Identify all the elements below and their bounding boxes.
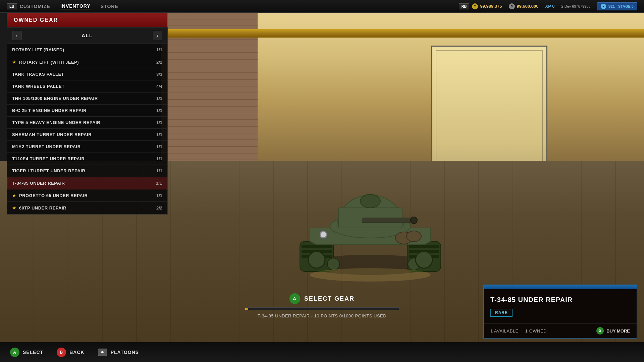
gear-item[interactable]: TIGER I TURRET UNDER REPAIR1/1 xyxy=(7,165,167,177)
silver-currency: ⊙ 99,600,000 xyxy=(509,3,539,9)
rb-button[interactable]: RB xyxy=(459,3,470,9)
buy-more-button[interactable]: X BUY MORE xyxy=(596,327,630,335)
gear-item-name: TANK WHEELS PALLET xyxy=(12,84,156,89)
select-gear-label: SELECT GEAR xyxy=(304,295,355,302)
gear-item-name: ROTARY LIFT (WITH JEEP) xyxy=(19,60,156,65)
gear-item-count: 2/2 xyxy=(156,205,162,210)
svg-rect-3 xyxy=(302,245,332,248)
b-button: B xyxy=(57,348,66,357)
rarity-badge: RARE xyxy=(490,309,513,317)
detail-panel: T-34-85 UNDER REPAIR RARE 1 AVAILABLE 1 … xyxy=(483,285,637,339)
gear-item[interactable]: TANK TRACKS PALLET3/3 xyxy=(7,68,167,80)
gear-item[interactable]: ROTARY LIFT (WITH JEEP)2/2 xyxy=(7,56,167,68)
gear-item[interactable]: ROTARY LIFT (RAISED)1/1 xyxy=(7,44,167,56)
a-button: A xyxy=(10,348,19,357)
gear-item-name: T-34-85 UNDER REPAIR xyxy=(12,181,156,186)
filter-prev-button[interactable]: ‹ xyxy=(12,31,21,40)
back-label: BACK xyxy=(69,350,84,355)
gear-item[interactable]: T-34-85 UNDER REPAIR1/1 xyxy=(7,177,167,189)
progress-bar-fill xyxy=(245,308,248,310)
gear-item-count: 1/1 xyxy=(156,47,162,52)
stage-badge: i S21 - STAGE 0 xyxy=(597,2,637,10)
gear-item-name: PROGETTO 65 UNDER REPAIR xyxy=(19,193,156,198)
gear-item-count: 1/1 xyxy=(156,168,162,173)
gear-item-count: 4/4 xyxy=(156,84,162,89)
gear-item-count: 1/1 xyxy=(156,120,162,125)
gear-item[interactable]: TYPE 5 HEAVY ENGINE UNDER REPAIR1/1 xyxy=(7,117,167,129)
gear-item-count: 1/1 xyxy=(156,96,162,101)
gold-currency: ⊙ 99,989,375 xyxy=(472,3,502,9)
panel-header: OWNED GEAR xyxy=(7,13,168,27)
gear-item-count: 1/1 xyxy=(156,193,162,198)
platoons-label: PLATOONS xyxy=(111,350,139,355)
select-gear-center: A SELECT GEAR T-34-85 UNDER REPAIR - 10 … xyxy=(245,293,399,318)
nav-tabs: CUSTOMIZE INVENTORY STORE xyxy=(20,3,459,9)
detail-footer: 1 AVAILABLE 1 OWNED X BUY MORE xyxy=(484,323,637,338)
gear-item-name: SHERMAN TURRET UNDER REPAIR xyxy=(12,132,156,137)
svg-point-12 xyxy=(416,251,432,268)
stage-label: S21 - STAGE 0 xyxy=(608,4,634,8)
gear-item[interactable]: B-C 25 T ENGINE UNDER REPAIR1/1 xyxy=(7,105,167,117)
gear-item-count: 3/3 xyxy=(156,72,162,77)
gear-item-name: M1A2 TURRET UNDER REPAIR xyxy=(12,144,156,149)
gear-item[interactable]: PROGETTO 65 UNDER REPAIR1/1 xyxy=(7,189,167,202)
select-label: SELECT xyxy=(23,350,43,355)
gear-item[interactable]: T110E4 TURRET UNDER REPAIR1/1 xyxy=(7,153,167,165)
svg-point-17 xyxy=(360,194,380,208)
select-button[interactable]: A SELECT xyxy=(10,348,43,357)
gear-item[interactable]: SHERMAN TURRET UNDER REPAIR1/1 xyxy=(7,129,167,141)
available-stat: 1 AVAILABLE xyxy=(490,328,519,334)
gear-item-count: 2/2 xyxy=(156,60,162,65)
inventory-tab[interactable]: INVENTORY xyxy=(60,3,91,9)
gear-item[interactable]: 60TP UNDER REPAIR2/2 xyxy=(7,202,167,214)
store-tab[interactable]: STORE xyxy=(101,4,118,9)
crane-beam xyxy=(161,29,644,38)
tank-image xyxy=(290,161,451,288)
select-gear-button[interactable]: A SELECT GEAR xyxy=(289,293,355,304)
gear-list: ROTARY LIFT (RAISED)1/1ROTARY LIFT (WITH… xyxy=(7,44,168,215)
xp-display: XP 0 xyxy=(545,4,555,9)
gear-item[interactable]: TNH 105/1000 ENGINE UNDER REPAIR1/1 xyxy=(7,93,167,105)
detail-content: T-34-85 UNDER REPAIR RARE xyxy=(484,289,637,323)
customize-tab[interactable]: CUSTOMIZE xyxy=(20,4,50,9)
svg-point-21 xyxy=(407,231,421,242)
a-button-icon: A xyxy=(289,293,300,304)
svg-point-10 xyxy=(327,258,339,270)
gold-icon: ⊙ xyxy=(472,3,478,9)
back-button[interactable]: B BACK xyxy=(57,348,84,357)
gear-item-name: T110E4 TURRET UNDER REPAIR xyxy=(12,156,156,161)
svg-rect-6 xyxy=(409,245,439,248)
gear-item-name: B-C 25 T ENGINE UNDER REPAIR xyxy=(12,108,156,113)
buy-more-label: BUY MORE xyxy=(606,328,630,334)
filter-next-button[interactable]: › xyxy=(153,31,162,40)
filter-label: ALL xyxy=(25,33,150,38)
tank-display xyxy=(290,161,451,290)
user-info: 2 Dev 697879988 xyxy=(561,4,591,8)
svg-point-9 xyxy=(308,251,325,268)
platoons-button[interactable]: ⊕ PLATOONS xyxy=(98,349,139,356)
gear-item-name: TYPE 5 HEAVY ENGINE UNDER REPAIR xyxy=(12,120,156,125)
silver-icon: ⊙ xyxy=(509,3,515,9)
left-panel: OWNED GEAR ‹ ALL › ROTARY LIFT (RAISED)1… xyxy=(7,13,168,342)
stage-icon: i xyxy=(601,4,606,9)
svg-rect-18 xyxy=(362,218,412,223)
gear-item-count: 1/1 xyxy=(156,181,162,186)
owned-stat: 1 OWNED xyxy=(525,328,547,334)
top-right-info: ⊙ 99,989,375 ⊙ 99,600,000 XP 0 2 Dev 697… xyxy=(472,2,637,10)
detail-header-bar xyxy=(484,285,637,289)
silver-amount: 99,600,000 xyxy=(517,4,539,9)
gear-item[interactable]: M1A2 TURRET UNDER REPAIR1/1 xyxy=(7,141,167,153)
svg-point-19 xyxy=(411,217,417,224)
gear-item-count: 1/1 xyxy=(156,108,162,113)
detail-title: T-34-85 UNDER REPAIR xyxy=(490,296,630,304)
x-button-icon: X xyxy=(596,327,604,335)
lb-button[interactable]: LB xyxy=(7,3,17,9)
gear-item[interactable]: TANK WHEELS PALLET4/4 xyxy=(7,80,167,93)
gear-item-count: 1/1 xyxy=(156,132,162,137)
gear-item-count: 1/1 xyxy=(156,156,162,161)
filter-bar: ‹ ALL › xyxy=(7,27,168,44)
gear-item-name: TANK TRACKS PALLET xyxy=(12,72,156,77)
platoons-icon: ⊕ xyxy=(98,349,107,356)
gear-item-name: 60TP UNDER REPAIR xyxy=(19,205,156,210)
top-navigation: LB CUSTOMIZE INVENTORY STORE RB ⊙ 99,989… xyxy=(0,0,644,13)
